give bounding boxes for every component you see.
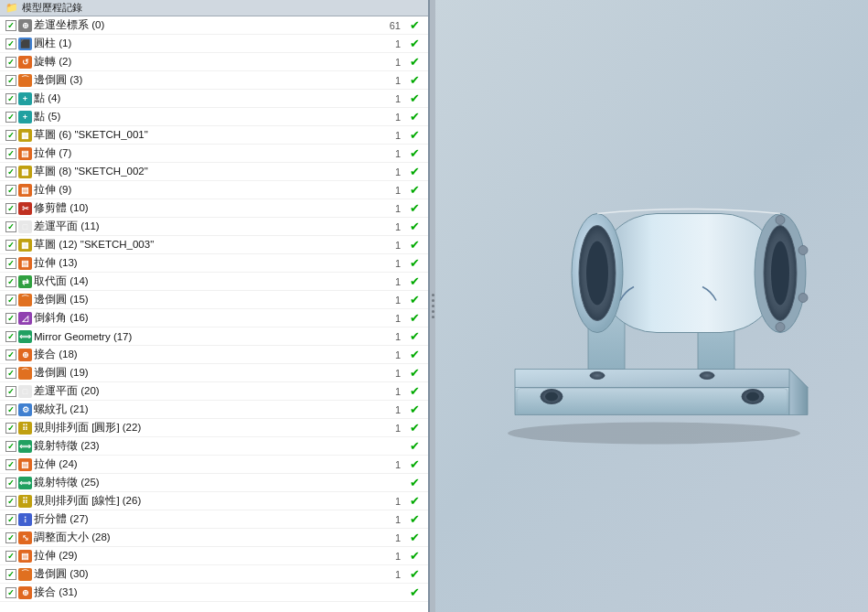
- tree-row[interactable]: + 點 (5) 1 ✔: [0, 108, 428, 126]
- row-checkbox[interactable]: [4, 111, 18, 123]
- row-checkbox[interactable]: [4, 367, 18, 380]
- row-icon-point: +: [18, 111, 32, 123]
- tree-row[interactable]: □ 差運平面 (20) 1 ✔: [0, 382, 428, 401]
- row-status: ✔: [404, 201, 424, 215]
- svg-point-16: [776, 322, 785, 331]
- row-checkbox[interactable]: [4, 550, 18, 563]
- row-checkbox[interactable]: [4, 19, 18, 32]
- row-num: 1: [377, 423, 404, 434]
- checkbox-indicator: [5, 20, 16, 31]
- tree-row[interactable]: ⠿ 規則排列面 [圓形] (22) 1 ✔: [0, 419, 428, 437]
- tree-row[interactable]: ✂ 修剪體 (10) 1 ✔: [0, 199, 428, 218]
- row-checkbox[interactable]: [4, 74, 18, 87]
- tree-row[interactable]: ⇄ 取代面 (14) 1 ✔: [0, 273, 428, 291]
- row-checkbox[interactable]: [4, 257, 18, 270]
- row-checkbox[interactable]: [4, 513, 18, 526]
- tree-row[interactable]: ↺ 旋轉 (2) 1 ✔: [0, 53, 428, 71]
- row-label: 倒斜角 (16): [32, 311, 377, 325]
- tree-row[interactable]: ⌒ 邊倒圓 (3) 1 ✔: [0, 71, 428, 90]
- viewport-3d[interactable]: [435, 0, 868, 612]
- tree-row[interactable]: ⟺ 鏡射特徵 (23) ✔: [0, 437, 428, 456]
- row-label: 取代面 (14): [32, 274, 377, 288]
- row-label: 邊倒圓 (15): [32, 293, 377, 306]
- row-icon-unite: ⊕: [18, 349, 32, 361]
- row-checkbox[interactable]: [4, 294, 18, 306]
- row-checkbox[interactable]: [4, 422, 18, 435]
- tree-row[interactable]: ⊕ 差運坐標系 (0) 61 ✔: [0, 16, 428, 35]
- row-checkbox[interactable]: [4, 568, 18, 581]
- tree-row[interactable]: ⌒ 邊倒圓 (19) 1 ✔: [0, 364, 428, 382]
- row-checkbox[interactable]: [4, 330, 18, 343]
- row-checkbox[interactable]: [4, 403, 18, 416]
- row-status: ✔: [404, 238, 424, 252]
- row-num: 1: [377, 532, 404, 543]
- row-label: 草圖 (6) "SKETCH_001": [32, 128, 377, 142]
- svg-rect-6: [597, 213, 780, 332]
- row-label: 拉伸 (9): [32, 183, 377, 197]
- tree-row[interactable]: ▦ 草圖 (12) "SKETCH_003" 1 ✔: [0, 236, 428, 254]
- tree-container[interactable]: ⊕ 差運坐標系 (0) 61 ✔ ⬛ 圓柱 (1) 1 ✔ ↺ 旋轉 (2) 1: [0, 16, 428, 612]
- checkbox-indicator: [5, 295, 16, 306]
- tree-row[interactable]: ⤡ 調整面大小 (28) 1 ✔: [0, 529, 428, 547]
- tree-row[interactable]: ▤ 拉伸 (24) 1 ✔: [0, 456, 428, 474]
- row-checkbox[interactable]: [4, 220, 18, 233]
- row-num: 1: [377, 148, 404, 159]
- row-icon-extrude: ▤: [18, 147, 32, 160]
- svg-point-3: [545, 392, 558, 401]
- tree-row[interactable]: ⟺ Mirror Geometry (17) 1 ✔: [0, 327, 428, 346]
- row-checkbox[interactable]: [4, 129, 18, 142]
- tree-row[interactable]: □ 差運平面 (11) 1 ✔: [0, 218, 428, 236]
- row-checkbox[interactable]: [4, 495, 18, 508]
- tree-row[interactable]: ▤ 拉伸 (9) 1 ✔: [0, 181, 428, 199]
- tree-row[interactable]: ▤ 拉伸 (13) 1 ✔: [0, 254, 428, 273]
- checkbox-indicator: [5, 185, 16, 196]
- row-icon-fillet: ⌒: [18, 74, 32, 87]
- row-checkbox[interactable]: [4, 239, 18, 252]
- tree-row[interactable]: ⊕ 接合 (18) 1 ✔: [0, 346, 428, 364]
- row-checkbox[interactable]: [4, 440, 18, 453]
- tree-row[interactable]: ⫶ 折分體 (27) 1 ✔: [0, 510, 428, 529]
- checkbox-indicator: [5, 331, 16, 342]
- tree-row[interactable]: ▤ 拉伸 (7) 1 ✔: [0, 145, 428, 163]
- row-num: 1: [377, 203, 404, 214]
- tree-row[interactable]: ⌒ 邊倒圓 (15) 1 ✔: [0, 291, 428, 309]
- row-icon-revolve: ↺: [18, 56, 32, 69]
- row-num: 1: [377, 276, 404, 287]
- tree-row[interactable]: ⟺ 鏡射特徵 (25) ✔: [0, 474, 428, 492]
- tree-row[interactable]: ▦ 草圖 (8) "SKETCH_002" 1 ✔: [0, 163, 428, 181]
- row-checkbox[interactable]: [4, 349, 18, 361]
- row-checkbox[interactable]: [4, 202, 18, 215]
- row-checkbox[interactable]: [4, 458, 18, 471]
- row-status: ✔: [404, 183, 424, 197]
- row-checkbox[interactable]: [4, 531, 18, 544]
- tree-row[interactable]: ▤ 拉伸 (29) 1 ✔: [0, 547, 428, 565]
- tree-row[interactable]: ⌒ 邊倒圓 (30) 1 ✔: [0, 565, 428, 584]
- row-checkbox[interactable]: [4, 147, 18, 160]
- svg-point-17: [590, 371, 605, 379]
- row-checkbox[interactable]: [4, 385, 18, 398]
- checkbox-indicator: [5, 148, 16, 159]
- row-checkbox[interactable]: [4, 38, 18, 50]
- row-checkbox[interactable]: [4, 312, 18, 325]
- row-checkbox[interactable]: [4, 586, 18, 599]
- row-checkbox[interactable]: [4, 184, 18, 197]
- row-checkbox[interactable]: [4, 275, 18, 288]
- tree-row[interactable]: ⬛ 圓柱 (1) 1 ✔: [0, 35, 428, 53]
- tree-row[interactable]: ⚙ 螺紋孔 (21) 1 ✔: [0, 401, 428, 419]
- row-num: 1: [377, 349, 404, 360]
- row-icon-resize: ⤡: [18, 531, 32, 544]
- tree-row[interactable]: ▦ 草圖 (6) "SKETCH_001" 1 ✔: [0, 126, 428, 145]
- checkbox-indicator: [5, 240, 16, 251]
- row-status: ✔: [404, 384, 424, 398]
- tree-row[interactable]: ⠿ 規則排列面 [線性] (26) 1 ✔: [0, 492, 428, 510]
- checkbox-indicator: [5, 386, 16, 397]
- svg-point-14: [798, 245, 808, 254]
- row-num: 1: [377, 166, 404, 177]
- row-checkbox[interactable]: [4, 56, 18, 69]
- tree-row[interactable]: ⊕ 接合 (31) ✔: [0, 584, 428, 602]
- tree-row[interactable]: + 點 (4) 1 ✔: [0, 90, 428, 108]
- row-checkbox[interactable]: [4, 477, 18, 489]
- tree-row[interactable]: ◿ 倒斜角 (16) 1 ✔: [0, 309, 428, 327]
- row-checkbox[interactable]: [4, 92, 18, 105]
- row-checkbox[interactable]: [4, 166, 18, 178]
